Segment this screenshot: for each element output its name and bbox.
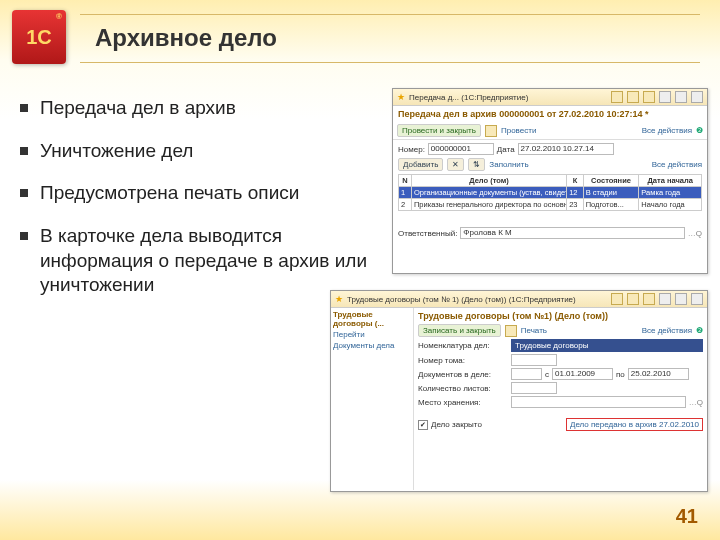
window-icon — [627, 91, 639, 103]
bullet-item: Передача дел в архив — [20, 96, 380, 121]
window-icon — [643, 293, 655, 305]
slide-title: Архивное дело — [95, 24, 277, 52]
nomenclature-label: Номенклатура дел: — [418, 341, 508, 350]
bullet-list: Передача дел в архив Уничтожение дел Пре… — [20, 96, 380, 316]
bullet-text: В карточке дела выводится информация о п… — [40, 224, 380, 298]
star-icon: ★ — [397, 92, 405, 102]
sheets-field[interactable] — [511, 382, 557, 394]
close-button[interactable] — [691, 293, 703, 305]
bullet-text: Передача дел в архив — [40, 96, 236, 121]
responsible-field[interactable]: Фролова К М — [460, 227, 684, 239]
minimize-button[interactable] — [659, 293, 671, 305]
all-actions-link[interactable]: Все действия — [642, 326, 692, 335]
table-row[interactable]: 1 Организационные документы (устав, свид… — [399, 187, 702, 199]
post-link[interactable]: Провести — [501, 126, 536, 135]
col-start: Дата начала — [639, 175, 702, 187]
window-icon — [643, 91, 655, 103]
col-case: Дело (том) — [411, 175, 566, 187]
date-from-field[interactable]: 01.01.2009 — [552, 368, 613, 380]
move-button[interactable]: ⇅ — [468, 158, 485, 171]
col-k: К — [567, 175, 584, 187]
star-icon: ★ — [335, 294, 343, 304]
save-and-close-button[interactable]: Записать и закрыть — [418, 324, 501, 337]
bullet-item: Уничтожение дел — [20, 139, 380, 164]
logo-reg-mark: ® — [56, 12, 62, 21]
date-to-field[interactable]: 25.02.2010 — [628, 368, 689, 380]
toolbar: Провести и закрыть Провести Все действия… — [393, 122, 707, 140]
titlebar-text: Трудовые договоры (том № 1) (Дело (том))… — [347, 295, 607, 304]
titlebar-text: Передача д... (1С:Предприятие) — [409, 93, 607, 102]
date-sep: по — [616, 370, 625, 379]
window-case-card: ★ Трудовые договоры (том № 1) (Дело (том… — [330, 290, 708, 492]
sheets-label: Количество листов: — [418, 384, 508, 393]
maximize-button[interactable] — [675, 91, 687, 103]
page-number: 41 — [676, 505, 698, 528]
sidebar-heading: Трудовые договоры (... — [333, 310, 411, 328]
titlebar[interactable]: ★ Передача д... (1С:Предприятие) — [393, 89, 707, 106]
add-button[interactable]: Добавить — [398, 158, 443, 171]
window-icon — [627, 293, 639, 305]
fill-link[interactable]: Заполнить — [489, 160, 528, 169]
all-actions-link[interactable]: Все действия — [642, 126, 692, 135]
closed-label: Дело закрыто — [431, 420, 482, 429]
lookup-icon[interactable]: …Q — [688, 229, 702, 238]
window-body: Номер: 000000001 Дата 27.02.2010 10.27.1… — [393, 140, 707, 244]
number-field[interactable]: 000000001 — [428, 143, 494, 155]
bullet-text: Предусмотрена печать описи — [40, 181, 299, 206]
bullet-text: Уничтожение дел — [40, 139, 193, 164]
save-icon[interactable] — [485, 125, 497, 137]
window-icon — [611, 293, 623, 305]
table-row[interactable]: 2 Приказы генерального директора по осно… — [399, 199, 702, 211]
date-from-prefix: с — [545, 370, 549, 379]
all-actions-link[interactable]: Все действия — [652, 160, 702, 169]
bullet-item: В карточке дела выводится информация о п… — [20, 224, 380, 298]
minimize-button[interactable] — [659, 91, 671, 103]
cases-table: N Дело (том) К Состояние Дата начала 1 О… — [398, 174, 702, 211]
col-n: N — [399, 175, 412, 187]
close-button[interactable] — [691, 91, 703, 103]
window-icon — [611, 91, 623, 103]
bullet-marker — [20, 189, 28, 197]
post-and-close-button[interactable]: Провести и закрыть — [397, 124, 481, 137]
archive-link[interactable]: Дело передано в архив 27.02.2010 — [566, 418, 703, 431]
title-rule-top — [80, 14, 700, 15]
tom-number-label: Номер тома: — [418, 356, 508, 365]
sidebar-item-goto[interactable]: Перейти — [333, 330, 411, 339]
responsible-label: Ответственный: — [398, 229, 457, 238]
date-field[interactable]: 27.02.2010 10.27.14 — [518, 143, 614, 155]
sidebar: Трудовые договоры (... Перейти Документы… — [331, 308, 414, 490]
title-rule-bottom — [80, 62, 700, 63]
bullet-marker — [20, 147, 28, 155]
lookup-icon[interactable]: …Q — [689, 398, 703, 407]
tom-number-field[interactable] — [511, 354, 557, 366]
window-archive-transfer: ★ Передача д... (1С:Предприятие) Передач… — [392, 88, 708, 274]
maximize-button[interactable] — [675, 293, 687, 305]
col-state: Состояние — [583, 175, 639, 187]
window-body: Трудовые договоры (том №1) (Дело (том)) … — [414, 308, 707, 490]
table-header-row: N Дело (том) К Состояние Дата начала — [399, 175, 702, 187]
delete-button[interactable]: ✕ — [447, 158, 464, 171]
document-heading: Трудовые договоры (том №1) (Дело (том)) — [418, 310, 703, 322]
save-icon[interactable] — [505, 325, 517, 337]
nomenclature-field[interactable]: Трудовые договоры — [511, 339, 703, 352]
storage-field[interactable] — [511, 396, 686, 408]
bullet-item: Предусмотрена печать описи — [20, 181, 380, 206]
storage-label: Место хранения: — [418, 398, 508, 407]
logo-1c: 1C ® — [12, 10, 66, 64]
sidebar-item-docs[interactable]: Документы дела — [333, 341, 411, 350]
date-label: Дата — [497, 145, 515, 154]
number-label: Номер: — [398, 145, 425, 154]
titlebar[interactable]: ★ Трудовые договоры (том № 1) (Дело (том… — [331, 291, 707, 308]
document-heading: Передача дел в архив 000000001 от 27.02.… — [393, 106, 707, 122]
print-link[interactable]: Печать — [521, 326, 547, 335]
bullet-marker — [20, 104, 28, 112]
closed-checkbox[interactable]: ✔ — [418, 420, 428, 430]
bullet-marker — [20, 232, 28, 240]
docs-count-field[interactable] — [511, 368, 542, 380]
docs-count-label: Документов в деле: — [418, 370, 508, 379]
